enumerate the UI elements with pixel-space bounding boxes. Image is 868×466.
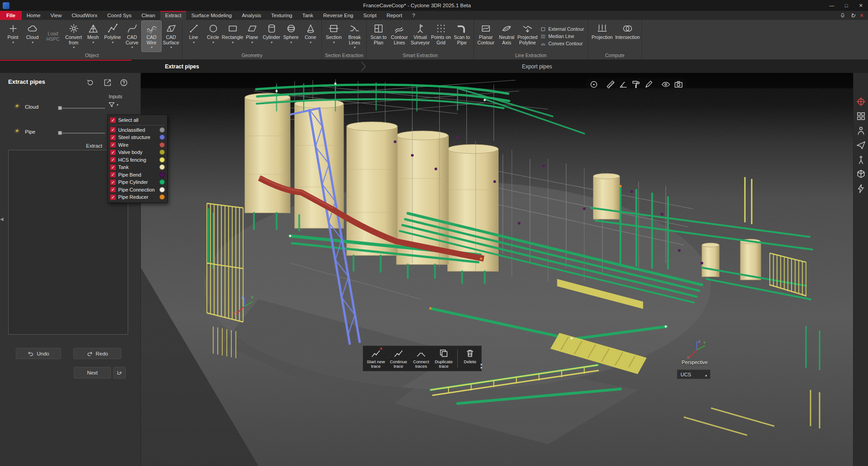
cloud-opacity-slider[interactable] (58, 108, 105, 109)
menu-tab-surface-modeling[interactable]: Surface Modeling (186, 11, 237, 20)
ribbon-button-plane[interactable]: Plane (242, 21, 262, 52)
sync-icon[interactable] (850, 12, 855, 19)
ribbon-button-median-line[interactable]: Median Line (540, 34, 584, 39)
ribbon-button-mesh[interactable]: Mesh (83, 21, 103, 52)
ribbon-button-scan-to-pipe[interactable]: Scan to Pipe (451, 21, 472, 52)
markup-icon[interactable] (644, 80, 653, 89)
checkbox[interactable]: ✓ (110, 179, 116, 185)
ribbon-button-convex-contour[interactable]: Convex Contour (540, 41, 584, 47)
paint-classify-icon[interactable] (631, 80, 641, 89)
ribbon-button-cylinder[interactable]: Cylinder (262, 21, 281, 52)
checkbox[interactable]: ✓ (110, 157, 116, 163)
start-new-trace-button[interactable]: + Start new trace (364, 348, 387, 369)
ribbon-button-contour-lines[interactable]: Contour Lines (389, 21, 410, 52)
station-view-icon[interactable] (856, 154, 866, 165)
visibility-icon[interactable] (661, 80, 671, 89)
ribbon-button-points-on-grid[interactable]: Points on Grid (431, 21, 451, 52)
menu-tab-tank[interactable]: Tank (297, 11, 318, 20)
ribbon-button-projected-polyline[interactable]: Projected Polyline (517, 21, 538, 52)
ribbon-button-cone[interactable]: Cone (301, 21, 320, 52)
filter-item-pipe-connection[interactable]: ✓ Pipe Connection (108, 186, 167, 194)
collapse-trace-toolbar-button[interactable] (480, 364, 482, 370)
measure-distance-icon[interactable] (606, 80, 615, 89)
ribbon-button-cloud[interactable]: Cloud (23, 21, 42, 52)
filter-item-hcs-fencing[interactable]: ✓ HCS fencing (108, 156, 167, 164)
filter-item-valve-body[interactable]: ✓ Valve body (108, 149, 167, 156)
slider-handle[interactable] (58, 106, 62, 110)
checkbox[interactable]: ✓ (110, 135, 116, 140)
center-view-icon[interactable] (589, 80, 599, 89)
next-button[interactable]: Next (74, 367, 111, 379)
3d-viewport[interactable]: Z Y X + Start new trace Continue trace C… (141, 73, 853, 466)
filter-item-pipe-cylinder[interactable]: ✓ Pipe Cylinder (108, 178, 167, 186)
filter-item-select-all[interactable]: ✓ Select all (108, 116, 167, 124)
panel-collapse-handle[interactable] (0, 216, 4, 221)
projection-mode-label[interactable]: Perspective (657, 360, 708, 365)
redo-button[interactable]: Redo (73, 348, 121, 359)
ribbon-button-scan-to-plan[interactable]: Scan to Plan (368, 21, 389, 52)
view-axis-triad[interactable]: Z Y X (686, 338, 707, 359)
go-to-export-button[interactable] (113, 367, 126, 379)
ribbon-button-planar-contour[interactable]: Planar Contour (475, 21, 496, 52)
ribbon-button-polyline[interactable]: Polyline (103, 21, 122, 52)
export-settings-button[interactable] (101, 77, 113, 88)
menu-tab-clean[interactable]: Clean (137, 11, 160, 20)
quick-render-icon[interactable] (856, 183, 866, 194)
ribbon-button-cad-curve[interactable]: CAD Curve (122, 21, 142, 52)
menu-tab-script[interactable]: Script (358, 11, 381, 20)
undo-button[interactable]: Undo (16, 348, 61, 359)
checkbox[interactable]: ✓ (110, 117, 116, 123)
delete-trace-button[interactable]: Delete (460, 348, 480, 369)
filter-item-tank[interactable]: ✓ Tank (108, 163, 167, 171)
menu-tab-view[interactable]: View (46, 11, 67, 20)
filter-item-steel-structure[interactable]: ✓ Steel structure (108, 134, 167, 141)
duplicate-trace-button[interactable]: Duplicate trace (432, 348, 455, 369)
checkbox[interactable]: ✓ (110, 142, 116, 148)
minimize-button[interactable] (825, 0, 839, 11)
workflow-step-export-pipes[interactable]: Export pipes (469, 60, 605, 73)
ribbon-button-convert-from[interactable]: Convert from (64, 21, 83, 52)
camera-view-icon[interactable] (674, 80, 683, 89)
ribbon-button-sphere[interactable]: Sphere (281, 21, 301, 52)
viewports-layout-icon[interactable] (856, 111, 866, 121)
ribbon-button-line[interactable]: Line (184, 21, 203, 52)
maximize-button[interactable] (839, 0, 854, 11)
cloud-visibility-bulb-icon[interactable] (14, 103, 19, 109)
ribbon-button-cad-surface[interactable]: CAD Surface (161, 21, 181, 52)
menu-tab-home[interactable]: Home (22, 11, 46, 20)
checkbox[interactable]: ✓ (110, 194, 116, 200)
menu-tab-file[interactable]: File (0, 11, 22, 20)
help-button[interactable] (118, 77, 129, 88)
notifications-bell-icon[interactable] (839, 12, 846, 19)
ribbon-button-point[interactable]: Point (3, 21, 23, 52)
connect-traces-button[interactable]: Connect traces (410, 348, 432, 369)
slider-handle[interactable] (58, 131, 62, 135)
orbit-mode-icon[interactable] (856, 96, 866, 107)
checkbox[interactable]: ✓ (110, 187, 116, 192)
menu-tab-reverse-eng[interactable]: Reverse Eng (318, 11, 358, 20)
ribbon-button-break-lines[interactable]: Break Lines (344, 21, 365, 52)
ribbon-button-rectangle[interactable]: Rectangle (223, 21, 242, 52)
menu-tab-report[interactable]: Report (382, 11, 408, 20)
checkbox[interactable]: ✓ (110, 149, 116, 155)
menu-tab-extract[interactable]: Extract (160, 11, 187, 20)
ribbon-button-circle[interactable]: Circle (203, 21, 223, 52)
filter-item-pipe-reducer[interactable]: ✓ Pipe Reducer (108, 193, 167, 201)
filter-item-pipe-bend[interactable]: ✓ Pipe Bend (108, 171, 167, 179)
ribbon-button-section[interactable]: Section (323, 21, 344, 52)
checkbox[interactable]: ✓ (110, 127, 116, 133)
ucs-selector[interactable]: UCS (677, 370, 710, 379)
menu-tab-texturing[interactable]: Texturing (266, 11, 297, 20)
ribbon-button-cad-wire[interactable]: CAD Wire (142, 21, 161, 52)
continue-trace-button[interactable]: Continue trace (387, 348, 410, 369)
menu-tab-cloudworx[interactable]: CloudWorx (67, 11, 102, 20)
point-cloud-scene[interactable] (141, 73, 853, 466)
pipe-opacity-slider[interactable] (58, 133, 105, 134)
dismiss-icon[interactable] (860, 12, 863, 19)
ribbon-button-intersection[interactable]: Intersection (615, 21, 640, 52)
pipe-visibility-bulb-icon[interactable] (14, 128, 19, 134)
iso-view-cube-icon[interactable] (856, 169, 866, 179)
class-filter-button[interactable] (108, 101, 118, 109)
checkbox[interactable]: ✓ (110, 172, 116, 178)
menu-tab-help[interactable]: ? (407, 11, 420, 20)
